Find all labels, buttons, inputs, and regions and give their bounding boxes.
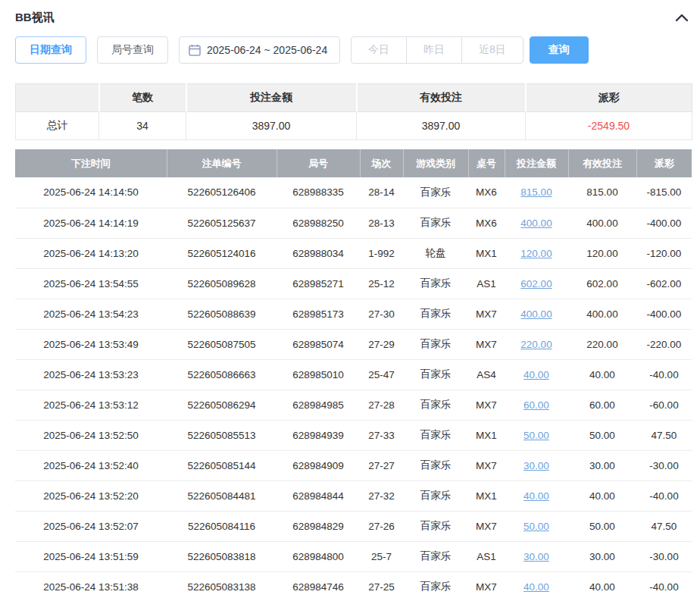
order-number-cell: 522605086294 <box>167 390 277 420</box>
session-cell: 28-13 <box>360 208 403 238</box>
order-number-cell: 522605086663 <box>167 359 277 390</box>
payout-cell: -120.00 <box>636 238 692 268</box>
bet-time-cell: 2025-06-24 14:14:50 <box>15 177 167 208</box>
valid-bet-cell: 40.00 <box>568 571 636 601</box>
col-header-bet-amount: 投注金额 <box>505 149 568 177</box>
bet-amount-link[interactable]: 120.00 <box>520 248 552 259</box>
col-header-payout: 派彩 <box>636 149 692 177</box>
date-range-input[interactable]: 2025-06-24 ~ 2025-06-24 <box>179 36 340 64</box>
bet-amount-link[interactable]: 40.00 <box>523 490 549 502</box>
game-type-cell: 百家乐 <box>403 511 468 541</box>
bet-amount-link[interactable]: 400.00 <box>520 308 552 320</box>
bet-time-cell: 2025-06-24 13:52:20 <box>15 480 167 511</box>
game-type-cell: 百家乐 <box>403 450 468 480</box>
round-number-cell: 628984800 <box>277 541 360 571</box>
bet-time-cell: 2025-06-24 13:54:55 <box>15 268 167 299</box>
round-query-tab[interactable]: 局号查询 <box>97 36 168 64</box>
bet-time-cell: 2025-06-24 13:54:23 <box>15 299 167 329</box>
order-number-cell: 522605088639 <box>167 299 277 329</box>
date-range-value: 2025-06-24 ~ 2025-06-24 <box>207 44 327 56</box>
last-8-days-button[interactable]: 近8日 <box>461 36 523 64</box>
round-number-cell: 628984985 <box>277 390 360 420</box>
session-cell: 27-28 <box>360 390 403 420</box>
bet-amount-cell: 40.00 <box>505 359 568 390</box>
collapse-panel-button[interactable] <box>672 10 692 25</box>
col-header-game-type: 游戏类别 <box>403 149 468 177</box>
bet-time-cell: 2025-06-24 13:53:23 <box>15 359 167 390</box>
payout-cell: -40.00 <box>636 571 692 601</box>
payout-cell: -400.00 <box>636 208 692 238</box>
table-row: 2025-06-24 13:52:07522605084116628984829… <box>15 511 692 541</box>
bet-time-cell: 2025-06-24 13:52:50 <box>15 420 167 450</box>
col-header-round-number: 局号 <box>277 149 360 177</box>
table-row: 2025-06-24 13:54:23522605088639628985173… <box>15 299 692 329</box>
session-cell: 25-47 <box>360 359 403 390</box>
valid-bet-cell: 400.00 <box>568 299 636 329</box>
bet-amount-link[interactable]: 50.00 <box>523 521 549 532</box>
bet-table-body: 2025-06-24 14:14:50522605126406628988335… <box>15 177 692 601</box>
bet-amount-link[interactable]: 40.00 <box>523 581 549 593</box>
bet-amount-link[interactable]: 30.00 <box>523 460 549 471</box>
round-number-cell: 628984909 <box>277 450 360 480</box>
game-type-cell: 百家乐 <box>403 268 468 299</box>
bet-amount-cell: 815.00 <box>505 177 568 208</box>
bet-amount-cell: 40.00 <box>505 480 568 511</box>
bet-amount-link[interactable]: 815.00 <box>520 186 552 198</box>
table-number-cell: MX6 <box>468 177 505 208</box>
table-header-row: 下注时间 注单编号 局号 场次 游戏类别 桌号 投注金额 有效投注 派彩 <box>15 149 692 177</box>
summary-total-bet-amount: 3897.00 <box>186 112 357 140</box>
round-number-cell: 628984746 <box>277 571 360 601</box>
order-number-cell: 522605126406 <box>167 177 277 208</box>
table-row: 2025-06-24 13:51:38522605083138628984746… <box>15 571 692 601</box>
valid-bet-cell: 815.00 <box>568 177 636 208</box>
session-cell: 28-14 <box>360 177 403 208</box>
query-button[interactable]: 查询 <box>530 36 589 64</box>
valid-bet-cell: 50.00 <box>568 420 636 450</box>
order-number-cell: 522605125637 <box>167 208 277 238</box>
bet-amount-link[interactable]: 400.00 <box>520 218 552 229</box>
payout-cell: -40.00 <box>636 480 692 511</box>
bet-amount-cell: 40.00 <box>505 571 568 601</box>
date-query-tab[interactable]: 日期查询 <box>15 36 86 64</box>
bet-amount-link[interactable]: 30.00 <box>523 551 549 562</box>
table-number-cell: MX1 <box>468 420 505 450</box>
session-cell: 27-25 <box>360 571 403 601</box>
valid-bet-cell: 30.00 <box>568 541 636 571</box>
table-number-cell: MX7 <box>468 571 505 601</box>
game-type-cell: 百家乐 <box>403 208 468 238</box>
table-number-cell: MX6 <box>468 208 505 238</box>
round-number-cell: 628985074 <box>277 329 360 359</box>
page-title: BB视讯 <box>15 11 55 25</box>
bet-amount-link[interactable]: 602.00 <box>520 278 552 290</box>
payout-cell: -815.00 <box>636 177 692 208</box>
round-number-cell: 628985173 <box>277 299 360 329</box>
table-row: 2025-06-24 13:53:49522605087505628985074… <box>15 329 692 359</box>
bet-record-panel: BB视讯 日期查询 局号查询 2025-06-24 ~ 2025-06-24 今… <box>0 0 700 601</box>
summary-total-valid-bet: 3897.00 <box>357 112 526 140</box>
bet-amount-cell: 30.00 <box>505 450 568 480</box>
col-header-table-number: 桌号 <box>468 149 505 177</box>
yesterday-button[interactable]: 昨日 <box>406 36 462 64</box>
table-number-cell: AS4 <box>468 359 505 390</box>
bet-amount-cell: 400.00 <box>505 299 568 329</box>
table-row: 2025-06-24 13:54:55522605089628628985271… <box>15 268 692 299</box>
session-cell: 27-27 <box>360 450 403 480</box>
bet-amount-cell: 50.00 <box>505 511 568 541</box>
table-row: 2025-06-24 13:52:40522605085144628984909… <box>15 450 692 480</box>
col-header-session: 场次 <box>360 149 403 177</box>
chevron-up-icon <box>675 13 689 22</box>
table-row: 2025-06-24 14:14:50522605126406628988335… <box>15 177 692 208</box>
payout-cell: -30.00 <box>636 450 692 480</box>
bet-amount-cell: 60.00 <box>505 390 568 420</box>
filter-bar: 日期查询 局号查询 2025-06-24 ~ 2025-06-24 今日 昨日 … <box>15 36 692 64</box>
bet-amount-link[interactable]: 40.00 <box>523 369 549 380</box>
today-button[interactable]: 今日 <box>351 36 407 64</box>
session-cell: 1-992 <box>360 238 403 268</box>
bet-amount-link[interactable]: 50.00 <box>523 430 549 441</box>
bet-amount-link[interactable]: 60.00 <box>523 399 549 411</box>
valid-bet-cell: 40.00 <box>568 480 636 511</box>
valid-bet-cell: 400.00 <box>568 208 636 238</box>
bet-amount-link[interactable]: 220.00 <box>520 339 552 350</box>
payout-cell: -220.00 <box>636 329 692 359</box>
table-number-cell: MX7 <box>468 390 505 420</box>
